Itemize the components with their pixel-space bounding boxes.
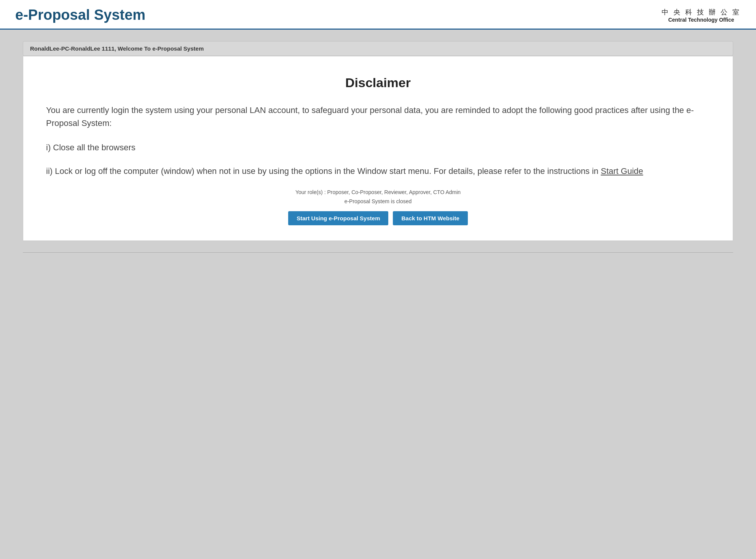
header: e-Proposal System 中 央 科 技 辦 公 室 Central … bbox=[0, 0, 756, 30]
start-guide-link[interactable]: Start Guide bbox=[601, 166, 643, 176]
roles-text: Your role(s) : Proposer, Co-Proposer, Re… bbox=[46, 189, 710, 195]
org-info: 中 央 科 技 辦 公 室 Central Technology Office bbox=[662, 8, 741, 23]
disclaimer-body: You are currently login the system using… bbox=[46, 104, 710, 130]
disclaimer-title: Disclaimer bbox=[46, 75, 710, 90]
disclaimer-item-1: i) Close all the browsers bbox=[46, 141, 710, 154]
org-chinese-name: 中 央 科 技 辦 公 室 bbox=[662, 8, 741, 17]
disclaimer-item-2-text: ii) Lock or log off the computer (window… bbox=[46, 166, 601, 176]
main-content: RonaldLee-PC-RonaldLee 1111, Welcome To … bbox=[0, 30, 756, 264]
org-english-name: Central Technology Office bbox=[662, 17, 741, 23]
content-box: Disclaimer You are currently login the s… bbox=[23, 56, 733, 241]
app-title: e-Proposal System bbox=[15, 7, 145, 23]
system-status: e-Proposal System is closed bbox=[46, 198, 710, 204]
back-to-htm-button[interactable]: Back to HTM Website bbox=[393, 211, 467, 225]
disclaimer-item-2: ii) Lock or log off the computer (window… bbox=[46, 165, 710, 178]
roles-section: Your role(s) : Proposer, Co-Proposer, Re… bbox=[46, 189, 710, 225]
welcome-bar: RonaldLee-PC-RonaldLee 1111, Welcome To … bbox=[23, 41, 733, 56]
buttons-row: Start Using e-Proposal System Back to HT… bbox=[46, 211, 710, 225]
footer-divider bbox=[23, 252, 733, 253]
start-using-button[interactable]: Start Using e-Proposal System bbox=[288, 211, 388, 225]
